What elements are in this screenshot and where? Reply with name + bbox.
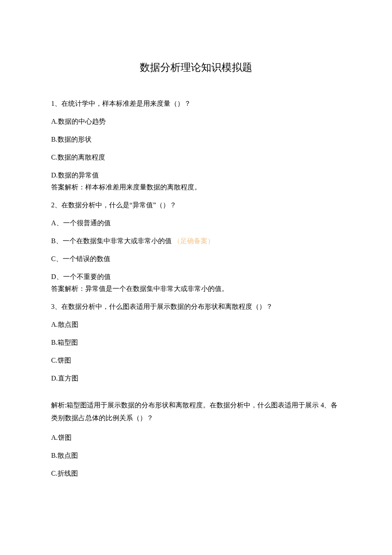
spacer <box>51 391 341 399</box>
question-stem: 2、在数据分析中，什么是“异常值”（）？ <box>51 200 341 210</box>
question-3: 3、在数据分析中，什么图表适用于展示数据的分布形状和离散程度（）？ A.散点图 … <box>51 302 341 384</box>
option-c: C.数据的离散程度 <box>51 152 341 163</box>
option-b: B、一个在数据集中非常大或非常小的值 （足确备案） <box>51 236 341 246</box>
option-a: A、一个很普通的值 <box>51 218 341 228</box>
option-a: A.饼图 <box>51 433 341 443</box>
document-page: 数据分析理论知识模拟题 1、在统计学中，样本标准差是用来度量（）？ A.数据的中… <box>0 0 392 479</box>
question-2: 2、在数据分析中，什么是“异常值”（）？ A、一个很普通的值 B、一个在数据集中… <box>51 200 341 294</box>
question-stem: 3、在数据分析中，什么图表适用于展示数据的分布形状和离散程度（）？ <box>51 302 341 312</box>
option-c: C.饼图 <box>51 355 341 366</box>
explanation-and-question-4: 解析:箱型图适用于展示数据的分布形状和离散程度。在数据分析中，什么图表适用于展示… <box>51 399 341 425</box>
option-d: D.数据的异常值 <box>51 170 341 180</box>
option-c: C.折线图 <box>51 468 341 479</box>
correct-answer-mark: （足确备案） <box>173 237 214 244</box>
option-a: A.散点图 <box>51 320 341 330</box>
option-b: B.箱型图 <box>51 337 341 348</box>
option-d: D.直方图 <box>51 373 341 384</box>
answer-explanation: 答案解析：样本标准差用来度量数据的离散程度。 <box>51 182 341 192</box>
option-b: B.数据的形状 <box>51 134 341 145</box>
option-d: D、一个不重要的值 <box>51 272 341 282</box>
answer-explanation: 答案解析：异常值是一个在数据集中非常大或非常小的值。 <box>51 284 341 294</box>
page-title: 数据分析理论知识模拟题 <box>51 60 341 75</box>
question-1: 1、在统计学中，样本标准差是用来度量（）？ A.数据的中心趋势 B.数据的形状 … <box>51 99 341 192</box>
option-b: B.散点图 <box>51 450 341 461</box>
option-b-text: B、一个在数据集中非常大或非常小的值 <box>51 237 172 244</box>
question-4-options: A.饼图 B.散点图 C.折线图 <box>51 433 341 479</box>
option-c: C、一个错误的数值 <box>51 254 341 264</box>
option-a: A.数据的中心趋势 <box>51 116 341 127</box>
question-stem: 1、在统计学中，样本标准差是用来度量（）？ <box>51 99 341 109</box>
